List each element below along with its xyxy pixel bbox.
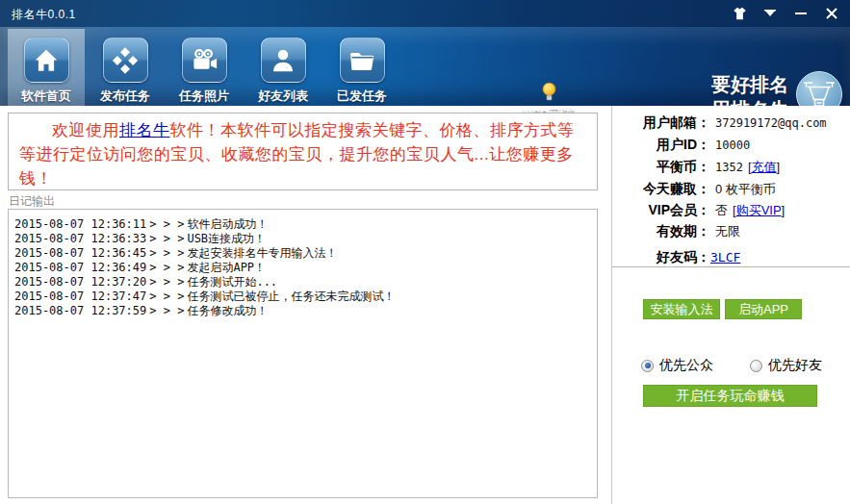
today-value: 0 枚平衡币 [715,182,776,196]
toolbar: 软件首页 发布任务 [0,27,850,106]
priority-radio-group: 优先公众 优先好友 [641,357,822,374]
nav-item-label: 软件首页 [21,88,71,105]
log-timestamp: 2015-08-07 12:37:59 [14,304,146,317]
log-separator: > > > [146,232,187,245]
account-row-vip: VIP会员： 否 [ 购买VIP ] [612,203,850,217]
welcome-text: 欢迎使用排名牛软件！本软件可以指定搜索关键字、价格、排序方式等等进行定位访问您的… [19,118,586,190]
log-timestamp: 2015-08-07 12:36:45 [14,246,146,260]
log-separator: > > > [146,304,187,317]
log-timestamp: 2015-08-07 12:36:33 [14,232,146,245]
log-timestamp: 2015-08-07 12:36:11 [14,217,146,231]
validity-label: 有效期： [612,224,710,239]
horizontal-divider [612,266,850,267]
diamonds-icon [103,38,148,83]
userid-label: 用户ID： [612,138,710,152]
radio-public[interactable] [641,360,654,372]
account-row-userid: 用户ID： 10000 [612,138,850,153]
folder-icon [340,38,385,83]
close-button[interactable] [823,5,840,22]
log-message: 任务测试开始... [187,275,277,289]
minimize-button[interactable] [792,5,810,22]
account-row-validity: 有效期： 无限 [612,224,850,239]
app-window: 排名牛0.0.1 软件首页 [0,0,850,504]
nav-item-label: 已发任务 [337,88,387,105]
window-controls [731,4,840,23]
log-entry: 2015-08-07 12:36:49> > >发起启动APP！ [14,261,591,275]
log-separator: > > > [146,217,187,231]
log-timestamp: 2015-08-07 12:37:20 [14,275,146,289]
email-label: 用户邮箱： [612,115,710,130]
video-camera-icon [182,38,227,83]
log-entry: 2015-08-07 12:37:47> > >任务测试已被停止，任务还未完成测… [14,290,591,304]
log-entry: 2015-08-07 12:37:20> > >任务测试开始... [14,275,591,290]
window-title: 排名牛0.0.1 [12,7,76,23]
log-separator: > > > [146,246,187,260]
buy-vip-link[interactable]: 购买VIP [736,203,782,217]
log-separator: > > > [146,275,187,289]
install-ime-button[interactable]: 安装输入法 [643,299,720,319]
recharge-link[interactable]: 充值 [752,160,777,174]
log-output-label: 日记输出 [9,193,55,210]
vip-value: 否 [715,203,728,217]
log-message: USB连接成功！ [187,232,266,245]
log-separator: > > > [146,290,187,303]
home-icon [24,38,69,83]
nav-item-home[interactable]: 软件首页 [8,29,85,106]
log-message: 软件启动成功！ [187,217,268,231]
userid-value: 10000 [715,139,750,153]
main-nav: 软件首页 发布任务 [8,29,402,106]
nav-item-label: 发布任务 [100,88,150,105]
shirt-icon [733,7,747,20]
launch-app-button[interactable]: 启动APP [725,299,802,319]
log-output[interactable]: 2015-08-07 12:36:11> > >软件启动成功！ 2015-08-… [8,209,598,498]
account-row-coin: 平衡币： 1352 [ 充值 ] [612,160,850,175]
chevron-down-icon [764,10,776,17]
log-separator: > > > [146,261,187,274]
log-entry: 2015-08-07 12:37:59> > >任务修改成功！ [14,304,591,318]
friend-code-label: 好友码： [612,250,710,265]
slogan-line1: 要好排名 [711,72,788,97]
title-bar: 排名牛0.0.1 [0,0,850,27]
log-entry: 2015-08-07 12:36:11> > >软件启动成功！ [14,217,591,232]
nav-item-label: 任务照片 [179,88,229,105]
person-icon [261,38,306,83]
today-label: 今天赚取： [612,182,710,196]
log-timestamp: 2015-08-07 12:36:49 [14,261,146,274]
log-entry: 2015-08-07 12:36:33> > >USB连接成功！ [14,232,591,246]
log-message: 任务测试已被停止，任务还未完成测试！ [187,290,395,303]
account-info: 用户邮箱： 372919172@qq.com 用户ID： 10000 平衡币： … [612,106,850,265]
start-task-button[interactable]: 开启任务玩命赚钱 [643,385,817,407]
nav-item-friends-list[interactable]: 好友列表 [245,29,322,106]
log-entry: 2015-08-07 12:36:45> > >发起安装排名牛专用输入法！ [14,246,591,261]
vip-bracket-close: ] [782,203,786,217]
log-message: 任务修改成功！ [187,304,268,317]
vip-label: VIP会员： [612,203,710,217]
welcome-box: 欢迎使用排名牛软件！本软件可以指定搜索关键字、价格、排序方式等等进行定位访问您的… [8,113,598,190]
log-timestamp: 2015-08-07 12:37:47 [14,290,146,303]
lightbulb-icon [541,81,557,109]
skin-button[interactable] [731,5,748,22]
coin-value: 1352 [715,161,743,175]
nav-item-task-photos[interactable]: 任务照片 [166,29,243,106]
minimize-icon [795,8,807,19]
account-row-friend-code: 好友码： 3LCF [612,250,850,265]
nav-item-publish-task[interactable]: 发布任务 [87,29,164,106]
radio-public-label: 优先公众 [659,357,713,374]
radio-friend-label: 优先好友 [768,357,822,374]
nav-item-label: 好友列表 [258,88,308,105]
product-link[interactable]: 排名牛 [119,121,170,139]
account-row-today: 今天赚取： 0 枚平衡币 [612,182,850,196]
log-message: 发起启动APP！ [187,261,266,274]
welcome-text-before: 欢迎使用 [52,121,119,139]
email-value: 372919172@qq.com [715,116,827,131]
friend-code-link[interactable]: 3LCF [710,250,740,265]
account-row-email: 用户邮箱： 372919172@qq.com [612,115,850,131]
validity-value: 无限 [715,224,740,239]
menu-button[interactable] [761,5,779,22]
coin-bracket-close: ] [777,160,781,174]
close-icon [826,8,837,19]
account-panel: 用户邮箱： 372919172@qq.com 用户ID： 10000 平衡币： … [612,106,850,504]
log-message: 发起安装排名牛专用输入法！ [187,246,337,260]
radio-friend[interactable] [750,360,762,372]
nav-item-published-tasks[interactable]: 已发任务 [323,29,400,106]
